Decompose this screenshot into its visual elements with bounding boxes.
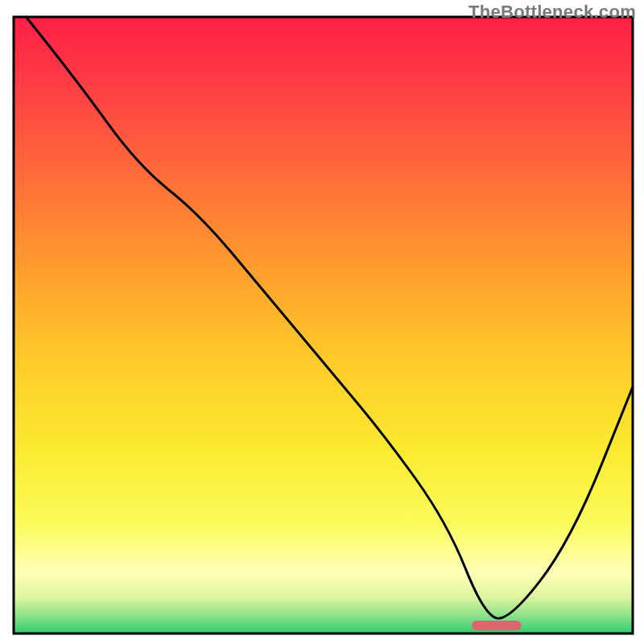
chart-svg <box>0 0 644 644</box>
watermark-label: TheBottleneck.com <box>469 2 636 23</box>
bottleneck-chart: TheBottleneck.com <box>0 0 644 644</box>
plot-background <box>14 17 633 634</box>
optimal-range-marker <box>472 621 522 630</box>
